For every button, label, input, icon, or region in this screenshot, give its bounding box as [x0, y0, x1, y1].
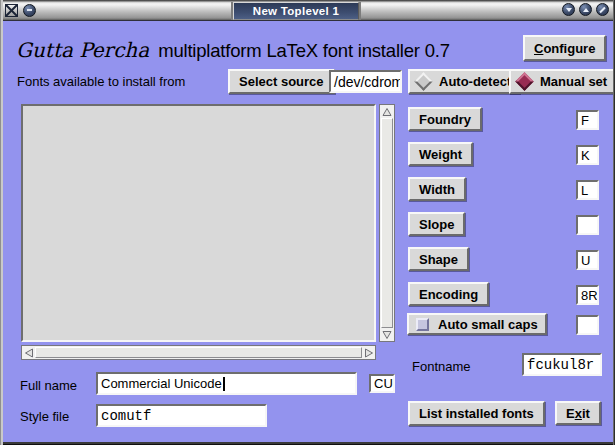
- arrow-up-icon: [382, 107, 392, 117]
- checkbox-indicator: [416, 318, 429, 331]
- auto-small-caps-label: Auto small caps: [438, 317, 538, 332]
- exit-accel: x: [575, 406, 582, 421]
- arrow-down-icon: [382, 330, 392, 340]
- auto-detect-label: Auto-detect: [439, 74, 511, 89]
- slash-icon: [599, 6, 605, 12]
- vertical-scrollbar-thumb[interactable]: [381, 118, 393, 328]
- style-file-label: Style file: [20, 409, 69, 424]
- foundry-code-field[interactable]: F: [576, 110, 599, 130]
- auto-small-caps-checkbox[interactable]: Auto small caps: [407, 313, 547, 335]
- slope-code-field[interactable]: [576, 215, 599, 235]
- shape-button[interactable]: Shape: [408, 247, 469, 271]
- shape-code-field[interactable]: U: [576, 250, 599, 270]
- slope-button[interactable]: Slope: [408, 212, 465, 236]
- vertical-scrollbar[interactable]: [379, 104, 395, 342]
- manual-set-label: Manual set: [540, 74, 607, 89]
- radio-auto-detect[interactable]: Auto-detect: [408, 69, 520, 94]
- close-button[interactable]: [596, 3, 609, 16]
- scroll-up-button[interactable]: [380, 105, 394, 118]
- window-menu-icon[interactable]: [4, 3, 18, 17]
- select-source-button[interactable]: Select source: [228, 69, 335, 94]
- full-name-abbrev-field[interactable]: CU: [369, 374, 395, 393]
- configure-button[interactable]: Configure: [523, 35, 606, 61]
- configure-label: onfigure: [543, 41, 595, 56]
- scroll-down-button[interactable]: [380, 328, 394, 341]
- configure-accel: C: [534, 41, 543, 56]
- full-name-value: Commercial Unicode: [101, 376, 222, 391]
- radio-indicator-auto-detect: [414, 72, 432, 90]
- radio-indicator-manual-set: [515, 72, 533, 90]
- weight-button[interactable]: Weight: [408, 142, 473, 166]
- minimize-button[interactable]: [23, 4, 36, 17]
- font-listbox[interactable]: [21, 104, 376, 342]
- chevron-down-icon: [566, 8, 572, 12]
- radio-manual-set[interactable]: Manual set: [509, 69, 615, 94]
- page-title: Gutta Perchamultiplatform LaTeX font ins…: [16, 38, 450, 62]
- maximize-button[interactable]: [579, 3, 592, 16]
- shade-button[interactable]: [562, 3, 575, 16]
- full-name-label: Full name: [20, 378, 77, 393]
- width-code-field[interactable]: L: [576, 180, 599, 200]
- weight-code-field[interactable]: K: [576, 145, 599, 165]
- app-name: Gutta Percha: [16, 38, 149, 62]
- arrow-left-icon: [24, 348, 34, 358]
- fontname-input[interactable]: fcukul8r: [522, 353, 602, 376]
- list-installed-fonts-button[interactable]: List installed fonts: [408, 401, 545, 426]
- x-logo-icon: [5, 4, 18, 17]
- foundry-button[interactable]: Foundry: [408, 107, 482, 131]
- arrow-right-icon: [364, 348, 374, 358]
- minus-icon: [27, 9, 32, 11]
- exit-label-pre: E: [566, 406, 575, 421]
- exit-label-post: it: [582, 406, 590, 421]
- source-path-input[interactable]: /dev/cdrom: [329, 70, 402, 93]
- encoding-button[interactable]: Encoding: [408, 282, 489, 306]
- fontname-label: Fontname: [412, 359, 471, 374]
- horizontal-scrollbar[interactable]: [21, 345, 376, 360]
- scroll-right-button[interactable]: [362, 346, 375, 359]
- titlebar[interactable]: New Toplevel 1: [0, 0, 615, 21]
- small-caps-code-field[interactable]: [576, 315, 599, 335]
- style-file-input[interactable]: comutf: [96, 404, 267, 427]
- exit-button[interactable]: Exit: [555, 401, 601, 425]
- horizontal-scrollbar-thumb[interactable]: [35, 347, 362, 358]
- app-window: New Toplevel 1 Gutta Perchamultiplatform…: [0, 0, 615, 445]
- fonts-available-label: Fonts available to install from: [17, 74, 185, 89]
- app-subtitle: multiplatform LaTeX font installer 0.7: [158, 40, 450, 61]
- chevron-up-icon: [583, 8, 589, 12]
- text-cursor: [223, 377, 225, 391]
- encoding-code-field[interactable]: 8R: [576, 285, 599, 305]
- window-title: New Toplevel 1: [233, 2, 359, 20]
- width-button[interactable]: Width: [408, 177, 466, 201]
- full-name-input[interactable]: Commercial Unicode: [96, 372, 357, 395]
- scroll-left-button[interactable]: [22, 346, 35, 359]
